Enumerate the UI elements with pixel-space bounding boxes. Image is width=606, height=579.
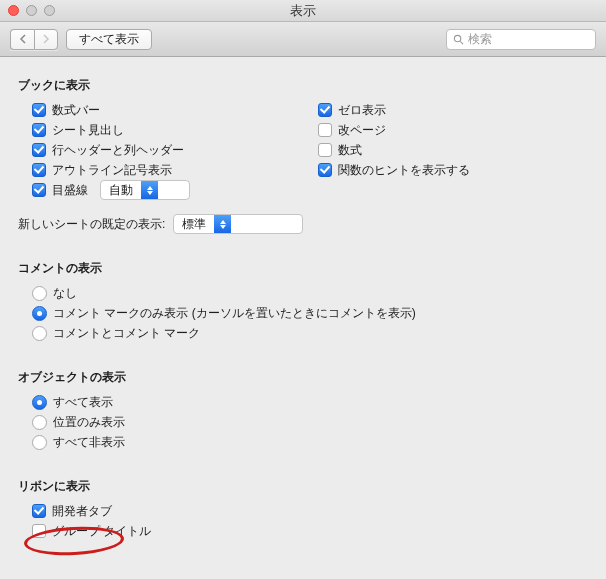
radio-icon xyxy=(32,435,47,450)
show-all-button[interactable]: すべて表示 xyxy=(66,29,152,50)
radio-objects-placeholders[interactable]: 位置のみ表示 xyxy=(32,414,125,431)
titlebar: 表示 xyxy=(0,0,606,22)
search-placeholder: 検索 xyxy=(468,31,492,48)
select-value: 標準 xyxy=(174,216,214,233)
chevron-right-icon xyxy=(42,34,50,44)
radio-comments-none[interactable]: なし xyxy=(32,285,77,302)
back-button[interactable] xyxy=(10,29,34,50)
checkbox-label: 行ヘッダーと列ヘッダー xyxy=(52,142,184,159)
svg-line-1 xyxy=(460,41,463,44)
zoom-icon xyxy=(44,5,55,16)
checkbox-gridlines[interactable]: 目盛線 xyxy=(32,182,88,199)
checkbox-label: 関数のヒントを表示する xyxy=(338,162,470,179)
section-book-title: ブックに表示 xyxy=(18,77,588,94)
checkbox-formulas[interactable]: 数式 xyxy=(318,142,362,159)
checkbox-label: 開発者タブ xyxy=(52,503,112,520)
chevron-updown-icon xyxy=(141,181,158,199)
checkbox-label: グループ タイトル xyxy=(52,523,151,540)
radio-comments-both[interactable]: コメントとコメント マーク xyxy=(32,325,200,342)
checkbox-label: シート見出し xyxy=(52,122,124,139)
checkbox-label: 改ページ xyxy=(338,122,386,139)
checkbox-label: ゼロ表示 xyxy=(338,102,386,119)
checkbox-row-col-headers[interactable]: 行ヘッダーと列ヘッダー xyxy=(32,142,184,159)
checkbox-icon xyxy=(318,123,332,137)
radio-label: すべて非表示 xyxy=(53,434,125,451)
newsheet-label: 新しいシートの既定の表示: xyxy=(18,216,165,233)
checkbox-formula-bar[interactable]: 数式バー xyxy=(32,102,100,119)
radio-label: コメント マークのみ表示 (カーソルを置いたときにコメントを表示) xyxy=(53,305,416,322)
section-ribbon-title: リボンに表示 xyxy=(18,478,588,495)
minimize-icon xyxy=(26,5,37,16)
checkbox-icon xyxy=(32,183,46,197)
checkbox-icon xyxy=(32,143,46,157)
radio-icon xyxy=(32,326,47,341)
checkbox-developer-tab[interactable]: 開発者タブ xyxy=(32,503,112,520)
toolbar: すべて表示 検索 xyxy=(0,22,606,57)
radio-icon xyxy=(32,395,47,410)
traffic-lights xyxy=(8,5,55,16)
radio-icon xyxy=(32,286,47,301)
forward-button[interactable] xyxy=(34,29,58,50)
search-icon xyxy=(453,34,464,45)
svg-point-0 xyxy=(454,35,460,41)
chevron-updown-icon xyxy=(214,215,231,233)
radio-label: なし xyxy=(53,285,77,302)
radio-label: コメントとコメント マーク xyxy=(53,325,200,342)
checkbox-icon xyxy=(32,103,46,117)
close-icon[interactable] xyxy=(8,5,19,16)
checkbox-icon xyxy=(32,123,46,137)
radio-icon xyxy=(32,415,47,430)
checkbox-icon xyxy=(32,524,46,538)
checkbox-label: 目盛線 xyxy=(52,182,88,199)
radio-icon xyxy=(32,306,47,321)
chevron-left-icon xyxy=(19,34,27,44)
checkbox-icon xyxy=(318,103,332,117)
checkbox-outline-symbols[interactable]: アウトライン記号表示 xyxy=(32,162,172,179)
checkbox-icon xyxy=(32,504,46,518)
radio-comments-marks-only[interactable]: コメント マークのみ表示 (カーソルを置いたときにコメントを表示) xyxy=(32,305,416,322)
newsheet-select[interactable]: 標準 xyxy=(173,214,303,234)
checkbox-sheet-tabs[interactable]: シート見出し xyxy=(32,122,124,139)
checkbox-zero-values[interactable]: ゼロ表示 xyxy=(318,102,386,119)
radio-label: 位置のみ表示 xyxy=(53,414,125,431)
radio-objects-all[interactable]: すべて表示 xyxy=(32,394,113,411)
checkbox-page-breaks[interactable]: 改ページ xyxy=(318,122,386,139)
checkbox-label: アウトライン記号表示 xyxy=(52,162,172,179)
gridlines-select[interactable]: 自動 xyxy=(100,180,190,200)
section-comments-title: コメントの表示 xyxy=(18,260,588,277)
window-title: 表示 xyxy=(0,2,606,20)
checkbox-icon xyxy=(318,163,332,177)
nav-buttons xyxy=(10,29,58,50)
search-input[interactable]: 検索 xyxy=(446,29,596,50)
checkbox-label: 数式バー xyxy=(52,102,100,119)
checkbox-icon xyxy=(32,163,46,177)
checkbox-function-tips[interactable]: 関数のヒントを表示する xyxy=(318,162,470,179)
select-value: 自動 xyxy=(101,182,141,199)
radio-label: すべて表示 xyxy=(53,394,113,411)
radio-objects-none[interactable]: すべて非表示 xyxy=(32,434,125,451)
section-objects-title: オブジェクトの表示 xyxy=(18,369,588,386)
checkbox-icon xyxy=(318,143,332,157)
checkbox-label: 数式 xyxy=(338,142,362,159)
checkbox-group-titles[interactable]: グループ タイトル xyxy=(32,523,151,540)
